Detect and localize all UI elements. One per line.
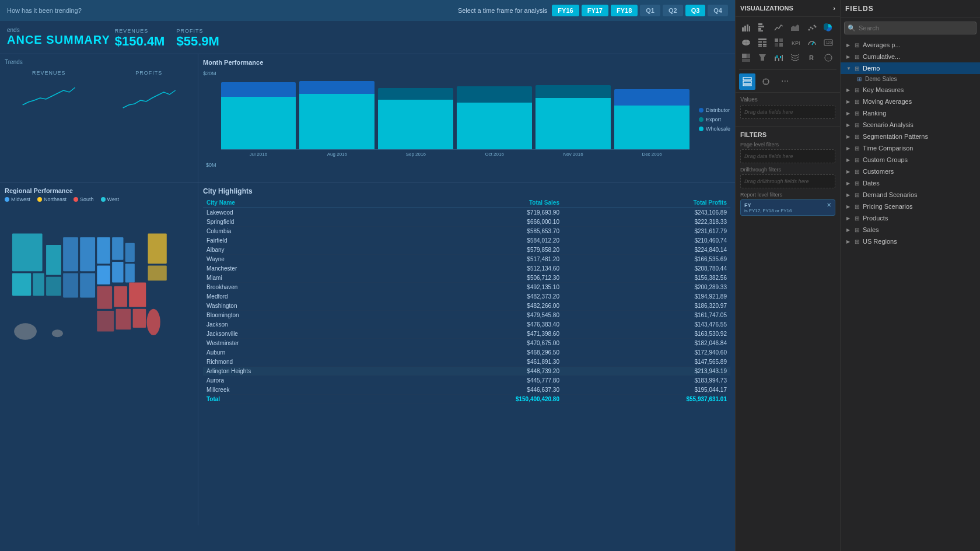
viz-icon-pie[interactable] [821, 20, 835, 34]
viz-tool-fields[interactable] [739, 73, 755, 90]
svg-text:R: R [809, 54, 814, 61]
viz-icon-custom[interactable]: ⋯ [821, 51, 835, 65]
cell-city-name: Bloomington [203, 311, 384, 320]
viz-tool-format[interactable] [758, 73, 774, 90]
city-table-wrapper[interactable]: City Name Total Sales Total Profits Lake… [203, 198, 730, 404]
field-name-scenario-analysis: Scenario Analysis [863, 121, 974, 128]
viz-icon-column[interactable] [755, 20, 769, 34]
svg-rect-7 [80, 237, 95, 271]
viz-icon-map[interactable] [739, 36, 753, 50]
cell-total-profits: $156,382.56 [563, 273, 730, 283]
svg-rect-48 [763, 45, 766, 47]
filters-section: FILTERS Page level filters Drag data fie… [736, 126, 840, 222]
field-averages[interactable]: ▶ ⊞ Averages p... [841, 39, 980, 51]
cell-city-name: Jacksonville [203, 329, 384, 339]
viz-icon-waterfall[interactable] [772, 51, 786, 65]
field-ranking[interactable]: ▶ ⊞ Ranking [841, 107, 980, 119]
field-name-moving-averages: Moving Averages [863, 98, 974, 105]
field-table-icon-demo: ⊞ [855, 65, 859, 72]
viz-icon-funnel[interactable] [755, 51, 769, 65]
viz-icon-gauge[interactable] [805, 36, 819, 50]
svg-rect-14 [125, 264, 135, 282]
table-total-row: Total $150,400,420.80 $55,937,631.01 [203, 395, 730, 404]
cell-total-sales: $445,777.80 [384, 376, 563, 385]
field-sub-icon-demo-sales: ⊞ [857, 76, 862, 82]
fy-filter-chip[interactable]: FY ✕ is FY17, FY18 or FY16 [740, 199, 835, 216]
viz-icon-line[interactable] [772, 20, 786, 34]
field-cumulative[interactable]: ▶ ⊞ Cumulative... [841, 51, 980, 62]
revenue-label: REVENUES [115, 28, 165, 34]
field-products[interactable]: ▶ ⊞ Products [841, 212, 980, 224]
drillthrough-drop[interactable]: Drag drillthrough fields here [740, 174, 835, 188]
field-name-averages: Averages p... [863, 41, 974, 48]
field-table-icon-moving-averages: ⊞ [855, 99, 859, 105]
field-custom-groups[interactable]: ▶ ⊞ Custom Groups [841, 154, 980, 166]
viz-icon-card[interactable]: 123 [821, 36, 835, 50]
page-filters-drop[interactable]: Drag data fields here [740, 149, 835, 163]
cell-total-sales: $446,637.30 [384, 385, 563, 395]
city-highlights-title: City Highlights [203, 187, 730, 195]
svg-rect-63 [780, 56, 781, 58]
btn-q4[interactable]: Q4 [708, 5, 728, 16]
field-moving-averages[interactable]: ▶ ⊞ Moving Averages [841, 96, 980, 107]
field-demand-scenarios[interactable]: ▶ ⊞ Demand Scenarios [841, 189, 980, 201]
field-pricing-scenarios[interactable]: ▶ ⊞ Pricing Scenarios [841, 201, 980, 212]
field-expand-custom-groups: ▶ [846, 157, 851, 163]
btn-q3[interactable]: Q3 [685, 5, 706, 16]
field-sub-demo-sales[interactable]: ⊞ Demo Sales [841, 74, 980, 84]
viz-icon-table[interactable] [755, 36, 769, 50]
drillthrough-label: Drillthrough filters [740, 167, 835, 173]
cell-grand-total-profits: $55,937,631.01 [563, 395, 730, 404]
trends-panel: Trends REVENUES PROFITS [0, 54, 198, 182]
profit-value: $55.9M [176, 34, 219, 49]
viz-icon-ribbon[interactable] [788, 51, 802, 65]
field-expand-segmentation: ▶ [846, 134, 851, 139]
field-customers[interactable]: ▶ ⊞ Customers [841, 166, 980, 177]
legend-midwest: Midwest [5, 196, 30, 202]
cell-total-profits: $172,940.60 [563, 348, 730, 357]
cell-city-name: Millcreek [203, 385, 384, 395]
viz-icon-matrix[interactable] [772, 36, 786, 50]
viz-icon-bar[interactable] [739, 20, 753, 34]
cell-total-profits: $182,046.84 [563, 339, 730, 348]
values-drag-text: Drag data fields here [744, 109, 831, 115]
cell-city-name: Springfield [203, 217, 384, 227]
cell-city-name: Brookhaven [203, 283, 384, 292]
filter-close-btn[interactable]: ✕ [827, 202, 831, 208]
field-expand-products: ▶ [846, 216, 851, 221]
cell-city-name: Columbia [203, 227, 384, 236]
field-expand-demo: ▼ [846, 66, 851, 71]
field-time-comparison[interactable]: ▶ ⊞ Time Comparison [841, 142, 980, 154]
bar-label-sep: Sep 2016 [378, 152, 453, 157]
field-sales[interactable]: ▶ ⊞ Sales [841, 224, 980, 236]
btn-fy18[interactable]: FY18 [611, 5, 638, 16]
viz-icon-kpi[interactable]: KPI [788, 36, 802, 50]
filters-title: FILTERS [740, 131, 835, 138]
viz-icon-treemap[interactable] [739, 51, 753, 65]
viz-chevron[interactable]: › [833, 5, 835, 12]
viz-icon-r[interactable]: R [805, 51, 819, 65]
charts-section: Trends REVENUES PROFITS [0, 54, 735, 182]
table-row: Wayne $517,481.20 $166,535.69 [203, 255, 730, 264]
field-demo[interactable]: ▼ ⊞ Demo Demo [841, 62, 980, 74]
btn-q1[interactable]: Q1 [640, 5, 660, 16]
viz-icon-scatter[interactable] [805, 20, 819, 34]
values-drop-zone[interactable]: Drag data fields here [740, 105, 835, 119]
field-segmentation-patterns[interactable]: ▶ ⊞ Segmentation Patterns [841, 131, 980, 142]
btn-q2[interactable]: Q2 [663, 5, 683, 16]
btn-fy16[interactable]: FY16 [552, 5, 579, 16]
field-us-regions[interactable]: ▶ ⊞ US Regions [841, 236, 980, 247]
svg-rect-47 [758, 45, 762, 47]
field-dates[interactable]: ▶ ⊞ Dates [841, 177, 980, 189]
cell-total-sales: $461,891.30 [384, 357, 563, 367]
svg-point-25 [52, 329, 63, 337]
field-key-measures[interactable]: ▶ ⊞ Key Measures [841, 84, 980, 96]
field-scenario-analysis[interactable]: ▶ ⊞ Scenario Analysis [841, 119, 980, 131]
table-row: Brookhaven $492,135.10 $200,289.33 [203, 283, 730, 292]
map-panel: Regional Performance Midwest Northeast S… [0, 182, 198, 525]
viz-icon-area[interactable] [788, 20, 802, 34]
fields-search-input[interactable] [844, 22, 977, 34]
btn-fy17[interactable]: FY17 [582, 5, 608, 16]
city-table: City Name Total Sales Total Profits Lake… [203, 198, 730, 404]
viz-more-dots[interactable]: ··· [776, 73, 793, 90]
